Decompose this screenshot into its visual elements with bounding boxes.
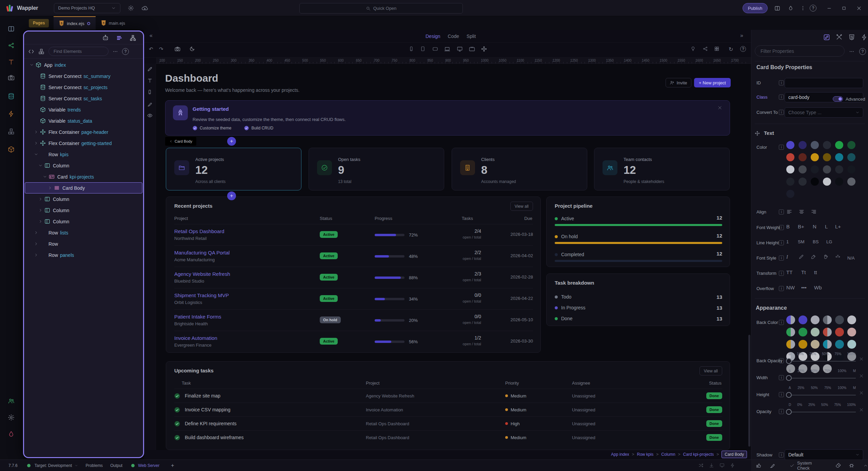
project-name-link[interactable]: Manufacturing QA Portal <box>174 250 230 255</box>
task-row[interactable]: Build dashboard wireframesRetail Ops Das… <box>174 430 722 444</box>
breadcrumb-item[interactable]: App index <box>611 452 629 457</box>
device-tool-icon[interactable] <box>147 89 152 95</box>
color-swatch[interactable] <box>835 315 844 324</box>
chevron-right-icon[interactable] <box>37 208 43 212</box>
color-swatch[interactable] <box>798 340 807 349</box>
tree-view-icon[interactable] <box>130 35 136 41</box>
problems-button[interactable]: Problems <box>85 463 103 468</box>
rail-assets-icon[interactable] <box>7 73 16 82</box>
color-swatch[interactable] <box>847 340 856 349</box>
color-swatch[interactable] <box>847 315 856 324</box>
edit-properties-icon[interactable] <box>823 34 830 41</box>
breadcrumb-item[interactable]: Card Body <box>722 451 747 458</box>
cloud-sync-icon[interactable] <box>141 5 148 12</box>
tree-item-column[interactable]: Column <box>24 193 143 205</box>
option-BS[interactable]: BS <box>813 239 818 244</box>
tab-main.ejs[interactable]: 5main.ejs <box>96 16 131 30</box>
tree-item-index[interactable]: Appindex <box>24 59 143 70</box>
color-swatch[interactable] <box>847 153 855 161</box>
color-swatch[interactable] <box>847 178 855 186</box>
color-swatch[interactable] <box>823 141 831 149</box>
invite-button[interactable]: Invite <box>666 78 691 87</box>
color-swatch[interactable] <box>786 141 794 149</box>
rail-layers-icon[interactable] <box>7 127 16 136</box>
screenshot-icon[interactable] <box>175 46 180 52</box>
color-swatch[interactable] <box>823 178 831 186</box>
project-row[interactable]: Manufacturing QA PortalAcme Manufacturin… <box>174 245 533 267</box>
tree-item-sc_tasks[interactable]: Server Connectsc_tasks <box>24 93 143 104</box>
kpi-card-open-tasks[interactable]: Open tasks913 total <box>309 148 444 190</box>
more-menu-icon[interactable] <box>800 0 806 16</box>
rail-collaboration-icon[interactable] <box>7 396 16 405</box>
project-settings-icon[interactable] <box>128 5 134 11</box>
slider-track[interactable] <box>789 378 856 378</box>
tree-item-column[interactable]: Column <box>24 216 143 227</box>
option-[interactable]: ••• <box>801 285 807 290</box>
find-elements-input[interactable] <box>48 47 108 56</box>
color-swatch[interactable] <box>835 328 844 336</box>
theme-droplet-icon[interactable] <box>788 0 793 16</box>
project-name-link[interactable]: Patient Intake Forms <box>174 314 221 320</box>
slider-knob[interactable] <box>786 392 792 398</box>
color-swatch[interactable] <box>835 178 843 186</box>
project-row[interactable]: Shipment Tracking MVPOrbit LogisticsActi… <box>174 288 533 309</box>
color-swatch[interactable] <box>798 315 807 324</box>
web-server-button[interactable]: Web Server <box>138 463 159 468</box>
align-center-icon[interactable] <box>798 209 805 215</box>
layout-toggle-icon[interactable] <box>774 0 780 16</box>
bolt-icon[interactable] <box>730 463 735 468</box>
target-selector[interactable]: Target: Development <box>35 463 72 468</box>
text-tool-icon[interactable] <box>147 78 153 83</box>
device-phablet-icon[interactable] <box>420 46 426 52</box>
color-swatch[interactable] <box>835 141 843 149</box>
css-icon[interactable] <box>848 34 855 41</box>
more-options-icon[interactable] <box>113 49 118 54</box>
color-swatch[interactable] <box>786 340 795 349</box>
task-row[interactable]: Finalize site mapAgency Website RefreshM… <box>174 389 722 403</box>
option-N[interactable]: N <box>813 224 816 229</box>
tree-item-sc_projects[interactable]: Server Connectsc_projects <box>24 82 143 93</box>
chevron-down-icon[interactable] <box>33 152 39 157</box>
device-laptop-icon[interactable] <box>444 46 450 52</box>
option-1[interactable]: 1 <box>786 239 789 244</box>
rail-packages-icon[interactable] <box>7 145 16 154</box>
project-row[interactable]: Agency Website RefreshBluebird StudioAct… <box>174 267 533 288</box>
option-L[interactable]: L+ <box>835 224 841 229</box>
color-swatch[interactable] <box>847 328 856 336</box>
mode-code[interactable]: Code <box>448 34 459 39</box>
project-row[interactable]: Invoice AutomationEvergreen FinanceActiv… <box>174 331 533 352</box>
rail-settings-icon[interactable] <box>7 413 16 422</box>
color-swatch[interactable] <box>823 328 832 336</box>
color-swatch[interactable] <box>798 328 807 336</box>
rail-workflows-icon[interactable] <box>7 41 16 50</box>
list-view-icon[interactable] <box>116 35 123 41</box>
kpi-card-team-contacts[interactable]: Team contacts12People & stakeholders <box>594 148 730 190</box>
sync-icon[interactable] <box>698 463 704 468</box>
tree-item-sc_summary[interactable]: Server Connectsc_summary <box>24 70 143 82</box>
task-row[interactable]: Invoice CSV mappingInvoice AutomationMed… <box>174 403 722 416</box>
window-minimize-button[interactable] <box>827 0 832 16</box>
chevron-right-icon[interactable] <box>33 230 39 235</box>
chevron-right-icon[interactable] <box>37 197 43 201</box>
color-swatch[interactable] <box>786 165 794 173</box>
device-tv-icon[interactable] <box>469 46 475 52</box>
chevron-down-icon[interactable] <box>37 163 43 168</box>
advanced-toggle[interactable]: Advanced <box>833 96 865 102</box>
project-row[interactable]: Patient Intake FormsBrightside HealthOn … <box>174 309 533 331</box>
color-swatch[interactable] <box>798 178 807 186</box>
task-check-icon[interactable] <box>174 407 180 413</box>
chevron-right-icon[interactable] <box>33 242 39 246</box>
chevron-right-icon[interactable] <box>33 253 39 257</box>
device-phone-icon[interactable] <box>409 46 414 52</box>
color-swatch[interactable] <box>823 153 831 161</box>
color-swatch[interactable] <box>798 153 807 161</box>
slider-knob[interactable] <box>786 358 792 364</box>
color-swatch[interactable] <box>811 165 819 173</box>
slider-track[interactable] <box>789 361 856 362</box>
letter-spacing-icon[interactable] <box>835 254 841 260</box>
dark-mode-icon[interactable] <box>190 46 195 52</box>
edit-tool-icon[interactable] <box>147 66 153 72</box>
kpi-card-active-projects[interactable]: Active projects12Across all clients <box>166 148 301 190</box>
rail-theme-icon[interactable] <box>7 430 16 438</box>
device-tablet-icon[interactable] <box>432 46 438 52</box>
